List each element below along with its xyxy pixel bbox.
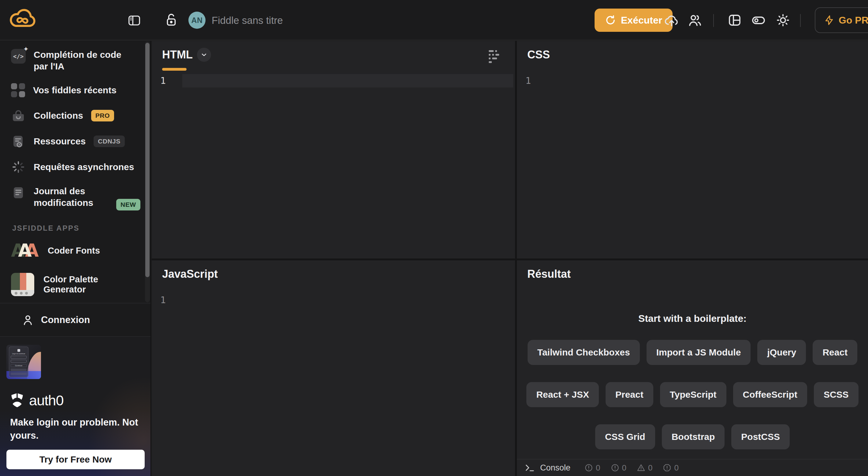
sidebar-item-resources[interactable]: Ressources CDNJS xyxy=(11,134,141,149)
console-warning-counter[interactable]: 0 xyxy=(637,463,652,473)
spinner-icon xyxy=(11,160,26,174)
toggle-icon[interactable] xyxy=(751,13,766,28)
ai-code-icon: </>✦ xyxy=(11,49,26,64)
ad-auth0[interactable]: Log in to continue Continue auth0 Make l… xyxy=(0,336,151,476)
app-item-coder-fonts[interactable]: AAA Coder Fonts xyxy=(11,242,141,260)
bag-icon xyxy=(11,108,26,123)
boilerplate-heading: Start with a boilerplate: xyxy=(517,313,868,324)
toolbar-divider xyxy=(800,14,801,27)
app-item-color-palette[interactable]: Color Palette Generator xyxy=(11,273,141,296)
html-code-editor[interactable] xyxy=(182,74,513,88)
scrollbar-thumb[interactable] xyxy=(145,43,150,277)
topbar: AN Fiddle sans titre Exécuter xyxy=(0,0,868,40)
ad-thumb-login-card: Log in to continue Continue xyxy=(9,347,28,377)
boilerplate-button[interactable]: Import a JS Module xyxy=(647,340,751,365)
color-palette-icon xyxy=(11,273,34,296)
sidebar-item-collections[interactable]: Collections PRO xyxy=(11,108,141,123)
editor-settings-icon[interactable] xyxy=(489,50,499,63)
sidebar-item-label: Journal des modifications xyxy=(34,185,110,209)
boilerplate-button[interactable]: Bootstrap xyxy=(662,424,725,449)
go-pro-button[interactable]: Go PRO xyxy=(815,7,868,33)
sidebar-nav: </>✦ Complétion de code par l'IA Vos fid… xyxy=(0,41,151,303)
collaborate-users-icon[interactable] xyxy=(687,13,702,28)
cloud-upload-icon[interactable] xyxy=(664,13,679,28)
sidebar-item-async-requests[interactable]: Requêtes asynchrones xyxy=(11,160,141,174)
sidebar-scrollbar[interactable] xyxy=(145,41,150,302)
result-panel: Résultat Start with a boilerplate: Tailw… xyxy=(517,260,868,476)
sidebar-toggle-icon[interactable] xyxy=(127,13,141,28)
boilerplate-button[interactable]: TypeScript xyxy=(660,382,726,407)
ad-thumb-row xyxy=(11,368,27,371)
app-item-label: Coder Fonts xyxy=(48,246,100,256)
console-bar[interactable]: Console 0 0 xyxy=(517,459,868,476)
counter-value: 0 xyxy=(674,463,678,473)
ad-thumb-title: Log in to continue xyxy=(11,353,26,354)
html-panel-title: HTML xyxy=(162,48,193,61)
boilerplate-button[interactable]: Preact xyxy=(606,382,653,407)
avatar[interactable]: AN xyxy=(188,11,206,29)
jsfiddle-logo[interactable] xyxy=(8,6,37,31)
auth0-shield-icon xyxy=(10,392,24,408)
boilerplate-button[interactable]: CoffeeScript xyxy=(733,382,807,407)
ad-thumb-email-field xyxy=(11,356,27,359)
boilerplate-button[interactable]: React + JSX xyxy=(526,382,599,407)
html-panel: HTML 1 xyxy=(152,41,515,259)
boilerplate-button[interactable]: CSS Grid xyxy=(595,424,655,449)
boilerplate-button[interactable]: SCSS xyxy=(814,382,859,407)
chevron-down-icon xyxy=(200,51,208,58)
console-info-counter[interactable]: 0 xyxy=(611,463,626,473)
ad-thumbnail: Log in to continue Continue xyxy=(6,345,41,379)
fiddle-title[interactable]: Fiddle sans titre xyxy=(212,15,283,26)
go-pro-label: Go PRO xyxy=(839,15,868,26)
run-button[interactable]: Exécuter xyxy=(595,8,673,32)
sidebar-item-recent-fiddles[interactable]: Vos fiddles récents xyxy=(11,83,141,97)
changelog-icon xyxy=(11,185,26,200)
theme-sun-icon[interactable] xyxy=(776,13,790,28)
pro-badge: PRO xyxy=(91,110,114,121)
html-language-dropdown[interactable] xyxy=(197,48,211,62)
unlocked-icon[interactable] xyxy=(165,13,177,28)
sidebar-item-changelog[interactable]: Journal des modifications NEW xyxy=(11,185,141,210)
css-panel-title: CSS xyxy=(527,48,550,61)
boilerplate-button[interactable]: React xyxy=(813,340,857,365)
ad-headline: Make login our problem. Not yours. xyxy=(10,416,138,442)
boilerplate-button[interactable]: PostCSS xyxy=(731,424,790,449)
person-icon xyxy=(22,314,34,326)
js-code-editor[interactable] xyxy=(182,293,513,307)
sidebar-item-label: Requêtes asynchrones xyxy=(34,161,134,173)
grid-icon xyxy=(11,83,25,97)
triangle-exclamation-icon xyxy=(637,464,645,472)
octagon-exclamation-icon xyxy=(663,464,671,472)
ad-thumb-row xyxy=(11,373,27,375)
boilerplate-button[interactable]: Tailwind Checkboxes xyxy=(528,340,640,365)
cloud-infinity-icon xyxy=(8,6,37,30)
ad-cta-button[interactable]: Try for Free Now xyxy=(6,450,145,469)
sidebar-item-label: Vos fiddles récents xyxy=(33,84,117,96)
run-label: Exécuter xyxy=(621,15,662,26)
console-critical-counter[interactable]: 0 xyxy=(663,463,678,473)
workspace: HTML 1 CSS 1 JavaScript 1 xyxy=(152,41,868,476)
auth0-logo: auth0 xyxy=(10,392,64,409)
active-tab-indicator xyxy=(162,68,187,71)
login-button[interactable]: Connexion xyxy=(0,303,151,336)
sidebar-item-label: Collections xyxy=(34,110,83,121)
sidebar-item-ai-completion[interactable]: </>✦ Complétion de code par l'IA xyxy=(11,49,141,72)
layout-icon[interactable] xyxy=(727,13,742,28)
console-error-counter[interactable]: 0 xyxy=(585,463,600,473)
coder-fonts-icon: AAA xyxy=(11,242,38,260)
js-panel: JavaScript 1 xyxy=(152,260,515,476)
app-item-label: Color Palette Generator xyxy=(43,274,141,295)
section-label-jsfiddle-apps: JSFIDDLE APPS xyxy=(12,224,141,233)
circle-exclamation-icon xyxy=(611,464,619,472)
counter-value: 0 xyxy=(596,463,600,473)
sidebar-item-label: Complétion de code par l'IA xyxy=(34,49,137,72)
jsfiddle-app: AN Fiddle sans titre Exécuter xyxy=(0,0,868,476)
boilerplate-button[interactable]: jQuery xyxy=(757,340,806,365)
css-code-editor[interactable] xyxy=(548,74,866,88)
css-panel: CSS 1 xyxy=(517,41,868,259)
counter-value: 0 xyxy=(622,463,626,473)
css-line-number: 1 xyxy=(525,75,531,86)
login-label: Connexion xyxy=(41,315,90,326)
html-line-number: 1 xyxy=(160,75,166,86)
js-line-number: 1 xyxy=(160,295,166,305)
